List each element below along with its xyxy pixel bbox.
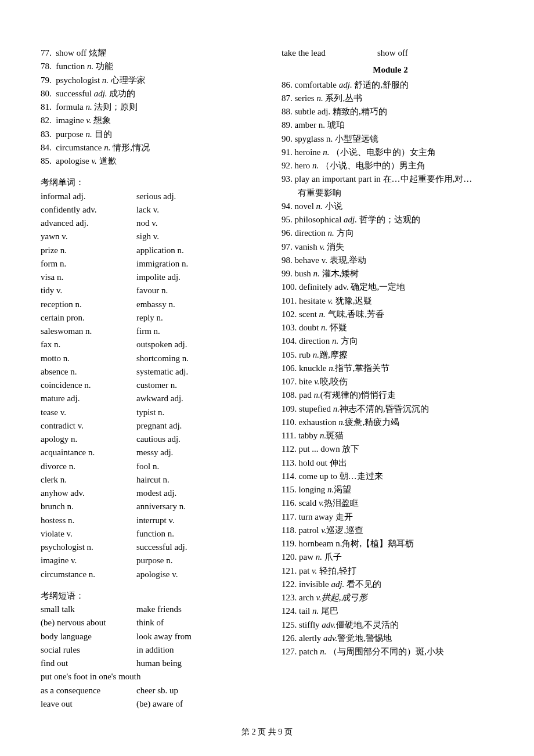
vocab-item: 90. spyglass n. 小型望远镜 [282,132,499,146]
left-numbered-list: 77. show off 炫耀78. function n. 功能79. psy… [41,46,258,168]
word-a: coincidence n. [41,379,136,392]
word-pair-row: motto n.shortcoming n. [41,352,258,365]
phrase-pair-row: (be) nervous aboutthink of [41,616,258,629]
vocab-item: 80. successful adj. 成功的 [41,87,258,100]
vocab-item: 115. longing n.渴望 [282,483,499,496]
word-a: imagine v. [41,554,136,567]
vocab-item: 114. come up to 朝…走过来 [282,470,499,483]
module-title: Module 2 [282,63,499,77]
word-a: circumstance n. [41,568,136,581]
vocab-item: 123. arch v.拱起,成弓形 [282,591,499,604]
word-b: haircut n. [136,473,258,487]
word-pair-row: advanced adj.nod v. [41,217,258,230]
vocab-item: 108. pad n.(有规律的)悄悄行走 [282,388,499,402]
word-pair-row: circumstance n.apologise v. [41,568,258,581]
word-a: violate v. [41,527,136,541]
columns: 77. show off 炫耀78. function n. 功能79. psy… [41,46,499,711]
phrase-single: put one's foot in one's mouth [41,670,258,683]
vocab-item: 83. purpose n. 目的 [41,128,258,141]
word-a: apology n. [41,433,136,446]
word-pair-row: brunch n.anniversary n. [41,500,258,513]
vocab-item: 103. doubt n. 怀疑 [282,321,499,334]
vocab-item: 119. hornbeam n.角树,【植】鹅耳枥 [282,537,499,550]
vocab-item: 85. apologise v. 道歉 [41,154,258,168]
phrase-a: (be) nervous about [41,616,136,629]
word-a: certain pron. [41,311,136,325]
vocab-item: 112. put ... down 放下 [282,442,499,456]
vocab-item: 87. series n. 系列,丛书 [282,92,499,105]
vocab-item: 102. scent n. 气味,香味,芳香 [282,308,499,321]
word-b: cautious adj. [136,433,258,446]
vocab-item: 95. philosophical adj. 哲学的；达观的 [282,213,499,226]
phrase-a: small talk [41,603,136,616]
kaogang-phrases-list: small talkmake friends(be) nervous about… [41,603,258,711]
word-pair-row: fax n.outspoken adj. [41,338,258,351]
top-phrase-a: take the lead [282,46,377,60]
word-pair-row: confidently adv.lack v. [41,203,258,217]
phrase-b: in addition [136,643,258,657]
vocab-item: 99. bush n. 灌木,矮树 [282,267,499,280]
vocab-item-cont: 有重要影响 [282,186,499,200]
word-a: clerk n. [41,473,136,487]
word-a: tease v. [41,406,136,419]
phrase-a: leave out [41,697,136,711]
phrase-a: find out [41,657,136,670]
vocab-item: 111. tabby n.斑猫 [282,429,499,442]
word-b: shortcoming n. [136,352,258,365]
word-pair-row: divorce n.fool n. [41,460,258,473]
kaogang-phrases-label: 考纲短语： [41,589,258,603]
vocab-item: 106. knuckle n.指节,掌指关节 [282,362,499,375]
page: 77. show off 炫耀78. function n. 功能79. psy… [0,0,534,756]
word-pair-row: tidy v.favour n. [41,284,258,297]
word-b: nod v. [136,217,258,230]
word-b: successful adj. [136,541,258,554]
vocab-item: 126. alertly adv.警觉地,警惕地 [282,632,499,645]
phrase-pair-row: small talkmake friends [41,603,258,616]
word-b: immigration n. [136,257,258,271]
word-pair-row: acquaintance n.messy adj. [41,446,258,459]
word-a: absence n. [41,365,136,379]
vocab-item: 120. paw n. 爪子 [282,550,499,564]
phrase-pair-row: find outhuman being [41,657,258,670]
vocab-item: 116. scald v.热泪盈眶 [282,496,499,510]
word-pair-row: coincidence n.customer n. [41,379,258,392]
word-pair-row: clerk n.haircut n. [41,473,258,487]
vocab-item: 86. comfortable adj. 舒适的,舒服的 [282,78,499,92]
word-pair-row: prize n.application n. [41,244,258,257]
vocab-item: 113. hold out 伸出 [282,456,499,470]
vocab-item: 124. tail n. 尾巴 [282,604,499,618]
phrase-a: social rules [41,643,136,657]
kaogang-words-label: 考纲单词： [41,176,258,189]
vocab-item: 100. definitely adv. 确定地,一定地 [282,280,499,294]
word-a: confidently adv. [41,203,136,217]
word-a: contradict v. [41,419,136,433]
vocab-item: 117. turn away 走开 [282,510,499,524]
word-b: outspoken adj. [136,338,258,351]
word-a: reception n. [41,298,136,311]
phrase-a: body language [41,630,136,643]
vocab-item: 82. imagine v. 想象 [41,114,258,127]
right-numbered-list: 86. comfortable adj. 舒适的,舒服的87. series n… [282,78,499,659]
word-a: tidy v. [41,284,136,297]
word-a: mature adj. [41,392,136,405]
kaogang-words-list: informal adj.serious adj.confidently adv… [41,190,258,581]
phrase-a: as a consequence [41,684,136,697]
vocab-item: 92. hero n. （小说、电影中的）男主角 [282,159,499,172]
vocab-item: 109. stupefied n.神志不清的,昏昏沉沉的 [282,402,499,416]
word-pair-row: mature adj.awkward adj. [41,392,258,405]
top-phrase-row: take the lead show off [282,46,499,60]
word-a: anyhow adv. [41,487,136,500]
word-a: form n. [41,257,136,271]
phrase-b: look away from [136,630,258,643]
vocab-item: 107. bite v.咬,咬伤 [282,375,499,388]
word-b: lack v. [136,203,258,217]
word-pair-row: tease v.typist n. [41,406,258,419]
word-b: serious adj. [136,190,258,203]
vocab-item: 97. vanish v. 消失 [282,240,499,254]
word-pair-row: saleswoman n.firm n. [41,325,258,338]
word-b: apologise v. [136,568,258,581]
word-a: yawn v. [41,230,136,243]
word-b: modest adj. [136,487,258,500]
phrase-b: cheer sb. up [136,684,258,697]
phrase-b: (be) aware of [136,697,258,711]
